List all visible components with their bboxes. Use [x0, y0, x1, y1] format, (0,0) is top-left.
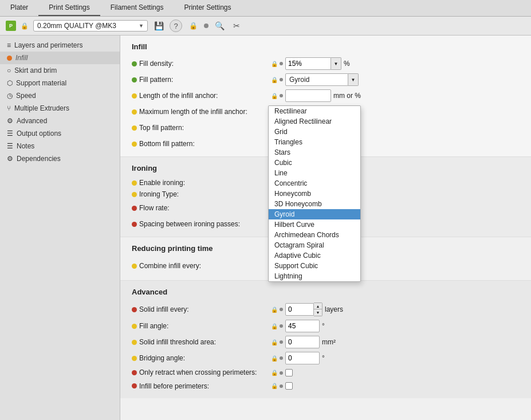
fill-density-dropdown-btn[interactable]: ▼ — [331, 57, 341, 70]
fill-angle-unit: ° — [322, 322, 325, 330]
anchor-length-indicator — [132, 93, 137, 99]
dropdown-option-rectilinear[interactable]: Rectilinear — [269, 106, 360, 116]
tab-print-settings[interactable]: Print Settings — [38, 0, 100, 16]
spacing-indicator — [132, 222, 137, 227]
fill-pattern-row: Fill pattern: 🔒 Gyroid ▼ — [132, 72, 520, 88]
bridging-unit: ° — [322, 354, 325, 362]
cut-button[interactable]: ✂ — [230, 19, 243, 32]
help-button[interactable]: ? — [170, 19, 182, 32]
dropdown-option-lightning[interactable]: Lightning — [269, 271, 360, 281]
preset-name: 0.20mm QUALITY @MK3 — [37, 22, 136, 30]
solid-infill-lock[interactable]: 🔒 — [271, 307, 278, 313]
dropdown-option-concentric[interactable]: Concentric — [269, 178, 360, 189]
notes-icon: ☰ — [7, 142, 13, 150]
dropdown-option-honeycomb[interactable]: Honeycomb — [269, 189, 360, 199]
infill-before-dot — [280, 384, 283, 388]
fill-angle-input[interactable] — [285, 320, 320, 332]
sidebar-label-dependencies: Dependencies — [17, 155, 61, 163]
sidebar-item-support[interactable]: ⬡ Support material — [0, 77, 120, 89]
dropdown-option-support[interactable]: Support Cubic — [269, 261, 360, 271]
dropdown-option-hilbert[interactable]: Hilbert Curve — [269, 219, 360, 230]
threshold-lock[interactable]: 🔒 — [271, 339, 278, 346]
sidebar-item-notes[interactable]: ☰ Notes — [0, 140, 120, 152]
search-button[interactable]: 🔍 — [213, 19, 226, 32]
retract-indicator — [132, 370, 137, 375]
anchor-length-input[interactable] — [285, 89, 331, 102]
tab-filament-settings[interactable]: Filament Settings — [100, 0, 174, 16]
fill-pattern-dropdown-menu: Rectilinear Aligned Rectilinear Grid Tri… — [268, 105, 361, 282]
dropdown-option-gyroid[interactable]: Gyroid — [269, 209, 360, 219]
anchor-length-lock[interactable]: 🔒 — [271, 93, 278, 99]
dropdown-option-aligned-rectilinear[interactable]: Aligned Rectilinear — [269, 116, 360, 127]
dot-indicator — [204, 23, 209, 28]
retract-label: Only retract when crossing perimeters: — [139, 368, 271, 378]
fill-density-input[interactable] — [285, 57, 331, 70]
sidebar-item-extruders[interactable]: ⑂ Multiple Extruders — [0, 102, 120, 115]
speed-icon: ◷ — [7, 92, 13, 100]
bridging-input[interactable] — [285, 352, 320, 364]
main-content: Infill Fill density: 🔒 ▼ % Fill pattern:… — [120, 36, 531, 420]
bridging-dot — [280, 356, 283, 360]
threshold-label: Solid infill threshold area: — [139, 338, 271, 346]
preset-selector[interactable]: 0.20mm QUALITY @MK3 ▼ — [33, 20, 148, 32]
infill-before-checkbox[interactable] — [285, 382, 293, 390]
fill-pattern-lock[interactable]: 🔒 — [271, 77, 278, 83]
bridging-lock[interactable]: 🔒 — [271, 355, 278, 362]
solid-infill-up-btn[interactable]: ▲ — [314, 303, 322, 309]
tab-plater[interactable]: Plater — [0, 0, 38, 16]
skirt-icon: ○ — [7, 66, 11, 74]
dependencies-icon: ⚙ — [7, 155, 13, 163]
threshold-input[interactable] — [285, 336, 320, 348]
dropdown-option-octagram[interactable]: Octagram Spiral — [269, 240, 360, 250]
dropdown-option-triangles[interactable]: Triangles — [269, 137, 360, 147]
sidebar-item-layers[interactable]: ≡ Layers and perimeters — [0, 39, 120, 52]
save-button[interactable]: 💾 — [152, 19, 165, 32]
threshold-dot — [280, 340, 283, 344]
combine-label: Combine infill every: — [139, 262, 271, 270]
fill-pattern-dropdown[interactable]: Gyroid — [285, 73, 348, 86]
retract-lock[interactable]: 🔒 — [271, 370, 278, 376]
anchor-length-row: Length of the infill anchor: 🔒 mm or % — [132, 88, 520, 104]
dropdown-option-line[interactable]: Line — [269, 168, 360, 178]
dropdown-option-stars[interactable]: Stars — [269, 147, 360, 158]
bridging-label: Bridging angle: — [139, 354, 271, 362]
fill-angle-lock[interactable]: 🔒 — [271, 323, 278, 329]
bottom-fill-indicator — [132, 142, 137, 147]
dropdown-option-3d-honeycomb[interactable]: 3D Honeycomb — [269, 199, 360, 209]
solid-infill-input[interactable] — [285, 303, 314, 316]
top-fill-label: Top fill pattern: — [139, 124, 271, 132]
preset-dropdown-arrow: ▼ — [139, 23, 144, 29]
infill-before-lock[interactable]: 🔒 — [271, 383, 278, 389]
sidebar-item-infill[interactable]: Infill — [0, 52, 120, 64]
support-icon: ⬡ — [7, 79, 13, 87]
sidebar-item-advanced[interactable]: ⚙ Advanced — [0, 115, 120, 127]
fill-density-indicator — [132, 61, 137, 66]
solid-infill-dot — [280, 308, 283, 311]
sidebar: ≡ Layers and perimeters Infill ○ Skirt a… — [0, 36, 120, 420]
advanced-icon: ⚙ — [7, 117, 13, 125]
dropdown-option-grid[interactable]: Grid — [269, 127, 360, 137]
sidebar-item-dependencies[interactable]: ⚙ Dependencies — [0, 152, 120, 165]
infill-dot — [7, 56, 12, 61]
tab-printer-settings[interactable]: Printer Settings — [174, 0, 241, 16]
dropdown-option-archimedean[interactable]: Archimedean Chords — [269, 230, 360, 240]
dropdown-option-cubic[interactable]: Cubic — [269, 158, 360, 168]
sidebar-item-skirt[interactable]: ○ Skirt and brim — [0, 64, 120, 77]
anchor-length-unit: mm or % — [333, 92, 361, 100]
fill-pattern-dropdown-arrow[interactable]: ▼ — [348, 73, 359, 86]
fill-pattern-label: Fill pattern: — [139, 76, 271, 84]
lock-button[interactable]: 🔒 — [187, 19, 199, 32]
sidebar-item-output[interactable]: ☰ Output options — [0, 127, 120, 140]
fill-density-dot — [280, 62, 283, 65]
sidebar-item-speed[interactable]: ◷ Speed — [0, 89, 120, 102]
top-fill-indicator — [132, 125, 137, 131]
dropdown-option-adaptive[interactable]: Adaptive Cubic — [269, 250, 360, 261]
anchor-max-indicator — [132, 109, 137, 115]
fill-density-lock[interactable]: 🔒 — [271, 61, 278, 67]
fill-density-unit: % — [344, 60, 350, 68]
retract-checkbox[interactable] — [285, 369, 293, 376]
solid-infill-down-btn[interactable]: ▼ — [314, 309, 322, 316]
solid-infill-row: Solid infill every: 🔒 ▲ ▼ layers — [132, 301, 520, 318]
combine-indicator — [132, 264, 137, 269]
sidebar-label-layers: Layers and perimeters — [14, 41, 82, 49]
